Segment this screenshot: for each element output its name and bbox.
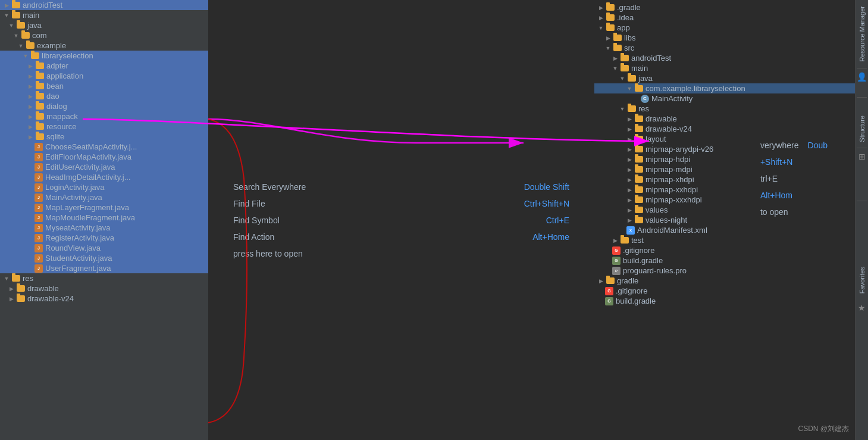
left-tree-item-bean[interactable]: ▶bean bbox=[0, 81, 208, 91]
right-tree-item-AndroidManifest[interactable]: XAndroidManifest.xml bbox=[594, 225, 855, 235]
right-tree-item-test2[interactable]: ▶test bbox=[594, 235, 855, 245]
left-tree-item-LoginActivity[interactable]: JLoginActivity.java bbox=[0, 182, 208, 192]
tree-arrow[interactable]: ▼ bbox=[618, 106, 626, 112]
left-tree-item-dao[interactable]: ▶dao bbox=[0, 91, 208, 101]
tree-arrow[interactable]: ▼ bbox=[604, 45, 612, 51]
tree-arrow[interactable]: ▶ bbox=[611, 55, 619, 61]
tree-arrow[interactable]: ▶ bbox=[26, 63, 35, 69]
right-tree-item-res2[interactable]: ▼res bbox=[594, 104, 855, 114]
structure-tab[interactable]: Structure bbox=[856, 110, 868, 148]
resource-manager-tab[interactable]: Resource Manager bbox=[856, 0, 868, 68]
tree-arrow[interactable]: ▼ bbox=[625, 86, 634, 92]
tree-arrow[interactable]: ▶ bbox=[625, 197, 634, 203]
tree-arrow[interactable]: ▼ bbox=[597, 25, 605, 31]
left-tree-item-sqlite[interactable]: ▶sqlite bbox=[0, 132, 208, 142]
tree-arrow[interactable]: ▶ bbox=[597, 278, 605, 284]
tree-arrow[interactable]: ▶ bbox=[625, 177, 634, 183]
left-tree-item-UserFragment[interactable]: JUserFragment.java bbox=[0, 263, 208, 273]
left-tree-item-RegisterActivity[interactable]: JRegisterActivity.java bbox=[0, 233, 208, 243]
tree-arrow[interactable]: ▶ bbox=[26, 104, 35, 110]
tree-arrow[interactable]: ▶ bbox=[26, 124, 35, 130]
left-tree-item-MapMoudleFragment[interactable]: JMapMoudleFragment.java bbox=[0, 213, 208, 223]
left-tree-item-ChooseSeatMapActivity[interactable]: JChooseSeatMapActivity.j... bbox=[0, 142, 208, 152]
left-tree-item-RoundView[interactable]: JRoundView.java bbox=[0, 243, 208, 253]
right-tree-item-libs[interactable]: ▶libs bbox=[594, 33, 855, 43]
left-tree-item-com[interactable]: ▼com bbox=[0, 30, 208, 40]
left-tree-item-application[interactable]: ▶application bbox=[0, 71, 208, 81]
tree-arrow[interactable]: ▶ bbox=[604, 35, 612, 41]
tree-arrow[interactable]: ▶ bbox=[7, 296, 15, 302]
tree-arrow[interactable]: ▼ bbox=[2, 13, 11, 18]
press-here-item[interactable]: press here to open bbox=[226, 245, 576, 262]
tree-arrow[interactable]: ▶ bbox=[625, 187, 634, 193]
tree-arrow[interactable]: ▶ bbox=[625, 136, 634, 142]
tree-arrow[interactable]: ▶ bbox=[26, 93, 35, 99]
left-tree-item-main[interactable]: ▼main bbox=[0, 10, 208, 20]
left-tree-container[interactable]: ▶androidTest▼main▼java▼com▼example▼libra… bbox=[0, 0, 208, 304]
left-tree-item-adpter[interactable]: ▶adpter bbox=[0, 61, 208, 71]
tree-arrow[interactable]: ▶ bbox=[597, 15, 605, 21]
left-tree-item-libraryselection[interactable]: ▼libraryselection bbox=[0, 51, 208, 61]
left-tree-item-example[interactable]: ▼example bbox=[0, 40, 208, 51]
left-tree-item-drawable[interactable]: ▶drawable bbox=[0, 283, 208, 294]
right-tree-item-gitignore2[interactable]: G.gitignore bbox=[594, 245, 855, 255]
tree-arrow[interactable]: ▶ bbox=[7, 286, 15, 292]
find-action-item[interactable]: Find Action Alt+Home bbox=[226, 229, 576, 245]
find-symbol-item[interactable]: Find Symbol Ctrl+E bbox=[226, 212, 576, 229]
tree-arrow[interactable]: ▶ bbox=[625, 217, 634, 223]
tree-arrow[interactable]: ▶ bbox=[26, 73, 35, 79]
right-tree-item-java2[interactable]: ▼java bbox=[594, 73, 855, 83]
user-icon[interactable]: 👤 bbox=[857, 68, 867, 85]
star-icon[interactable]: ★ bbox=[858, 299, 866, 316]
right-tree-item-MainActivity2[interactable]: CMainActivity bbox=[594, 93, 855, 104]
tree-arrow[interactable]: ▼ bbox=[611, 65, 619, 71]
left-tree-item-res[interactable]: ▼res bbox=[0, 273, 208, 283]
left-tree-item-HeadImgDetailActivity[interactable]: JHeadImgDetailActivity.j... bbox=[0, 172, 208, 182]
left-tree-item-androidTest[interactable]: ▶androidTest bbox=[0, 0, 208, 10]
tree-arrow[interactable]: ▶ bbox=[26, 114, 35, 120]
tree-arrow[interactable]: ▼ bbox=[17, 43, 25, 49]
tree-arrow[interactable]: ▼ bbox=[21, 53, 30, 59]
right-tree-item-gradle[interactable]: ▶.gradle bbox=[594, 2, 855, 13]
right-tree-item-androidTest2[interactable]: ▶androidTest bbox=[594, 53, 855, 63]
left-tree-item-mappack[interactable]: ▶mappack bbox=[0, 111, 208, 121]
left-tree-item-resource[interactable]: ▶resource bbox=[0, 121, 208, 132]
right-tree-item-com_example[interactable]: ▼com.example.libraryselection bbox=[594, 83, 855, 93]
tree-arrow[interactable]: ▶ bbox=[625, 207, 634, 213]
right-tree-item-idea[interactable]: ▶.idea bbox=[594, 13, 855, 23]
tree-arrow[interactable]: ▶ bbox=[625, 126, 634, 132]
tree-arrow[interactable]: ▶ bbox=[597, 5, 605, 11]
left-tree-item-MyseatActivity[interactable]: JMyseatActivity.java bbox=[0, 223, 208, 233]
tree-arrow[interactable]: ▶ bbox=[625, 116, 634, 122]
favorites-tab[interactable]: Favorites bbox=[856, 261, 868, 299]
right-tree-item-build_gradle3[interactable]: Gbuild.gradle bbox=[594, 296, 855, 306]
tree-arrow[interactable]: ▶ bbox=[625, 157, 634, 163]
find-file-item[interactable]: Find File Ctrl+Shift+N bbox=[226, 195, 576, 212]
left-tree-item-MapLayerFragment[interactable]: JMapLayerFragment.java bbox=[0, 202, 208, 213]
structure-icon[interactable]: ⊞ bbox=[858, 148, 866, 165]
tree-arrow[interactable]: ▼ bbox=[7, 23, 15, 29]
tree-arrow[interactable]: ▼ bbox=[2, 276, 11, 282]
right-tree-item-app[interactable]: ▼app bbox=[594, 23, 855, 33]
left-tree-item-StudentActivity[interactable]: JStudentActivity.java bbox=[0, 253, 208, 263]
tree-arrow[interactable]: ▶ bbox=[26, 83, 35, 89]
left-tree-item-MainActivity[interactable]: JMainActivity.java bbox=[0, 192, 208, 202]
right-tree-item-src[interactable]: ▼src bbox=[594, 43, 855, 53]
tree-arrow[interactable]: ▶ bbox=[26, 134, 35, 140]
tree-arrow[interactable]: ▶ bbox=[625, 146, 634, 152]
left-tree-item-dialog[interactable]: ▶dialog bbox=[0, 101, 208, 111]
tree-arrow[interactable]: ▼ bbox=[618, 76, 626, 82]
tree-arrow[interactable]: ▶ bbox=[625, 167, 634, 173]
left-tree-item-EditUserActivity[interactable]: JEditUserActivity.java bbox=[0, 162, 208, 172]
tree-arrow[interactable]: ▼ bbox=[12, 33, 20, 39]
right-tree-item-build_gradle2[interactable]: Gbuild.gradle bbox=[594, 255, 855, 266]
right-tree-item-gitignore3[interactable]: G.gitignore bbox=[594, 286, 855, 296]
tree-arrow[interactable]: ▶ bbox=[611, 238, 619, 244]
right-tree-item-gradle2[interactable]: ▶gradle bbox=[594, 276, 855, 286]
left-tree-item-java[interactable]: ▼java bbox=[0, 20, 208, 30]
tree-arrow[interactable]: ▶ bbox=[2, 2, 11, 8]
left-tree-item-EditFloorMapActivity[interactable]: JEditFloorMapActivity.java bbox=[0, 152, 208, 162]
left-tree-item-drawable-v24[interactable]: ▶drawable-v24 bbox=[0, 294, 208, 304]
right-tree-item-proguard[interactable]: Pproguard-rules.pro bbox=[594, 266, 855, 276]
right-tree-item-main2[interactable]: ▼main bbox=[594, 63, 855, 73]
